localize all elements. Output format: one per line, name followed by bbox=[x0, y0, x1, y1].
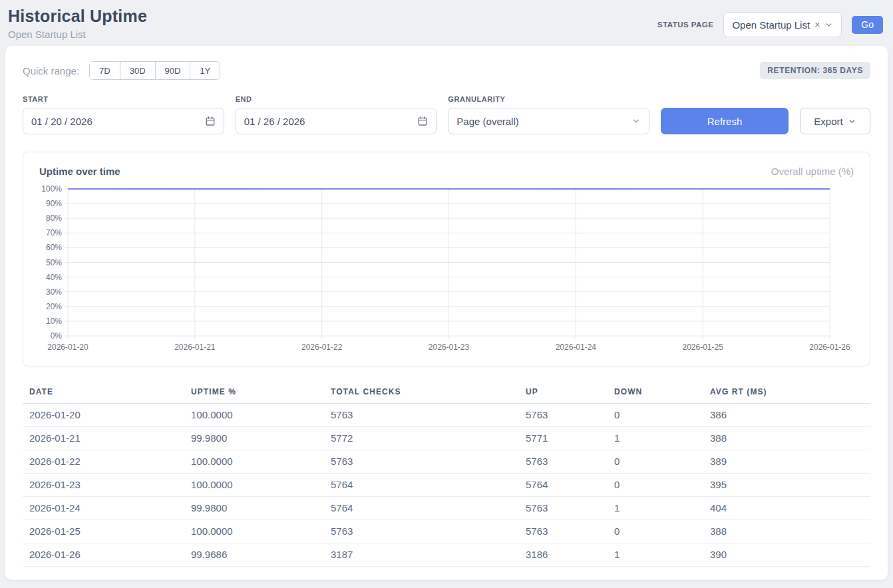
svg-text:2026-01-26: 2026-01-26 bbox=[809, 343, 850, 352]
filter-fields-row: START 01 / 20 / 2026 END 01 / 26 / 2026 … bbox=[23, 95, 870, 134]
end-label: END bbox=[236, 95, 437, 103]
page-title: Historical Uptime bbox=[8, 7, 147, 26]
table-cell: 0 bbox=[608, 450, 703, 474]
table-cell: 100.0000 bbox=[184, 520, 324, 543]
svg-text:20%: 20% bbox=[46, 302, 62, 311]
table-row: 2026-01-23100.0000576457640395 bbox=[23, 474, 870, 497]
svg-text:40%: 40% bbox=[46, 273, 62, 282]
column-header: TOTAL CHECKS bbox=[324, 381, 519, 404]
svg-text:2026-01-23: 2026-01-23 bbox=[429, 343, 470, 352]
table-cell: 2026-01-21 bbox=[23, 427, 184, 450]
table-cell: 99.9800 bbox=[184, 497, 324, 520]
granularity-field-group: GRANULARITY Page (overall) bbox=[448, 95, 649, 134]
uptime-line-chart: 0%10%20%30%40%50%60%70%80%90%100%2026-01… bbox=[39, 182, 854, 357]
end-date-value: 01 / 26 / 2026 bbox=[244, 116, 305, 127]
table-row: 2026-01-25100.0000576357630388 bbox=[23, 520, 870, 543]
export-button-label: Export bbox=[814, 116, 842, 127]
table-cell: 5764 bbox=[519, 474, 608, 497]
chevron-down-icon bbox=[824, 21, 833, 29]
svg-text:2026-01-20: 2026-01-20 bbox=[47, 343, 89, 352]
table-cell: 389 bbox=[703, 450, 870, 474]
quick-range-button-30d[interactable]: 30D bbox=[120, 62, 155, 79]
granularity-label: GRANULARITY bbox=[448, 95, 649, 103]
chevron-down-icon bbox=[631, 116, 641, 126]
svg-text:60%: 60% bbox=[46, 243, 62, 252]
svg-text:70%: 70% bbox=[46, 228, 62, 237]
svg-text:2026-01-25: 2026-01-25 bbox=[682, 343, 723, 352]
calendar-icon[interactable] bbox=[205, 116, 216, 126]
table-cell: 5763 bbox=[519, 520, 608, 543]
table-cell: 0 bbox=[608, 404, 703, 427]
status-page-select[interactable]: Open Startup List × bbox=[723, 12, 842, 37]
table-cell: 386 bbox=[703, 404, 870, 427]
table-header-row: DATEUPTIME %TOTAL CHECKSUPDOWNAVG RT (MS… bbox=[23, 381, 870, 404]
quick-range-button-1y[interactable]: 1Y bbox=[190, 62, 220, 79]
table-row: 2026-01-2199.9800577257711388 bbox=[23, 427, 870, 450]
svg-text:10%: 10% bbox=[46, 317, 62, 326]
clear-icon[interactable]: × bbox=[814, 19, 820, 30]
table-cell: 395 bbox=[703, 474, 870, 497]
start-date-input[interactable]: 01 / 20 / 2026 bbox=[23, 108, 224, 134]
table-cell: 1 bbox=[608, 427, 703, 450]
table-cell: 99.9800 bbox=[184, 427, 324, 450]
go-button[interactable]: Go bbox=[852, 16, 883, 34]
table-cell: 388 bbox=[703, 520, 870, 543]
chart-canvas: 0%10%20%30%40%50%60%70%80%90%100%2026-01… bbox=[39, 182, 854, 354]
table-cell: 5763 bbox=[324, 450, 519, 474]
table-cell: 5763 bbox=[324, 404, 519, 427]
start-label: START bbox=[23, 95, 224, 103]
table-cell: 1 bbox=[608, 543, 703, 567]
quick-range-button-90d[interactable]: 90D bbox=[155, 62, 190, 79]
quick-range-button-7d[interactable]: 7D bbox=[90, 62, 120, 79]
calendar-icon[interactable] bbox=[417, 116, 428, 126]
page-header-right: STATUS PAGE Open Startup List × Go bbox=[657, 12, 883, 37]
page-header: Historical Uptime Open Startup List STAT… bbox=[0, 0, 893, 46]
table-cell: 5771 bbox=[519, 427, 608, 450]
granularity-select[interactable]: Page (overall) bbox=[448, 108, 649, 134]
table-cell: 0 bbox=[608, 520, 703, 543]
page-header-left: Historical Uptime Open Startup List bbox=[8, 7, 147, 40]
table-cell: 3186 bbox=[519, 543, 608, 567]
page-subtitle: Open Startup List bbox=[8, 29, 147, 40]
table-cell: 99.9686 bbox=[184, 543, 324, 567]
start-date-value: 01 / 20 / 2026 bbox=[31, 116, 92, 127]
quick-range-group: 7D30D90D1Y bbox=[89, 61, 220, 80]
table-cell: 2026-01-24 bbox=[23, 497, 184, 520]
column-header: DOWN bbox=[608, 381, 703, 404]
table-cell: 5772 bbox=[324, 427, 519, 450]
table-row: 2026-01-22100.0000576357630389 bbox=[23, 450, 870, 474]
table-cell: 100.0000 bbox=[184, 474, 324, 497]
chart-title: Uptime over time bbox=[39, 166, 120, 177]
table-cell: 5764 bbox=[324, 497, 519, 520]
column-header: DATE bbox=[23, 381, 184, 404]
status-page-label: STATUS PAGE bbox=[657, 21, 713, 29]
table-body: 2026-01-20100.00005763576303862026-01-21… bbox=[23, 404, 870, 567]
table-cell: 5763 bbox=[519, 404, 608, 427]
table-cell: 5764 bbox=[324, 474, 519, 497]
table-row: 2026-01-20100.0000576357630386 bbox=[23, 404, 870, 427]
table-cell: 2026-01-23 bbox=[23, 474, 184, 497]
svg-text:30%: 30% bbox=[46, 287, 62, 297]
table-cell: 3187 bbox=[324, 543, 519, 567]
end-date-input[interactable]: 01 / 26 / 2026 bbox=[236, 108, 437, 134]
quick-range-row: Quick range: 7D30D90D1Y RETENTION: 365 D… bbox=[23, 61, 870, 80]
svg-text:100%: 100% bbox=[41, 184, 62, 194]
svg-text:50%: 50% bbox=[46, 258, 62, 267]
column-header: UPTIME % bbox=[184, 381, 324, 404]
export-button[interactable]: Export bbox=[800, 108, 870, 134]
table-cell: 0 bbox=[608, 474, 703, 497]
table-cell: 5763 bbox=[519, 497, 608, 520]
retention-badge: RETENTION: 365 DAYS bbox=[760, 62, 870, 79]
status-page-value: Open Startup List bbox=[732, 19, 810, 31]
table-cell: 388 bbox=[703, 427, 870, 450]
svg-text:2026-01-21: 2026-01-21 bbox=[174, 343, 216, 352]
uptime-table: DATEUPTIME %TOTAL CHECKSUPDOWNAVG RT (MS… bbox=[23, 381, 870, 567]
chevron-down-icon bbox=[848, 117, 856, 126]
quick-range-label: Quick range: bbox=[23, 65, 79, 76]
column-header: UP bbox=[519, 381, 608, 404]
end-field-group: END 01 / 26 / 2026 bbox=[236, 95, 437, 134]
column-header: AVG RT (MS) bbox=[703, 381, 870, 404]
chart-legend: Overall uptime (%) bbox=[771, 166, 854, 177]
table-cell: 100.0000 bbox=[184, 450, 324, 474]
refresh-button[interactable]: Refresh bbox=[661, 108, 789, 134]
